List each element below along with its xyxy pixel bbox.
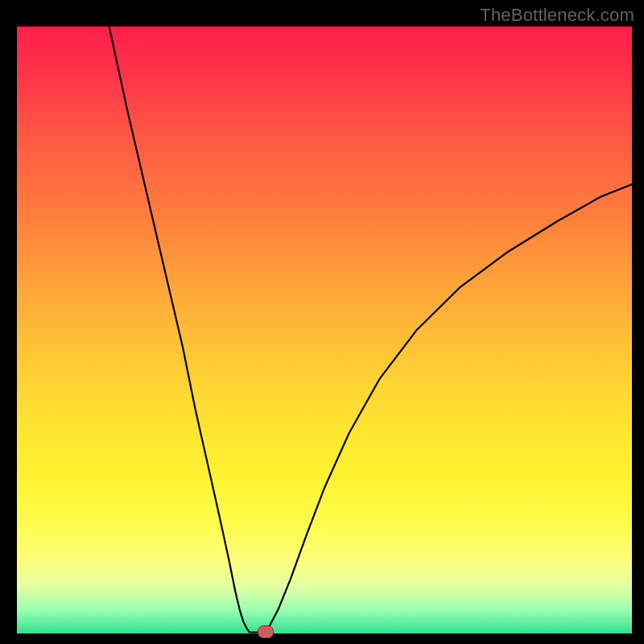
plot-area [17,27,632,634]
watermark-text: TheBottleneck.com [480,5,634,26]
chart-frame: TheBottleneck.com [0,0,644,644]
bottleneck-curve [17,27,632,634]
current-point-marker [258,625,274,638]
plot-area-outer [17,27,632,634]
